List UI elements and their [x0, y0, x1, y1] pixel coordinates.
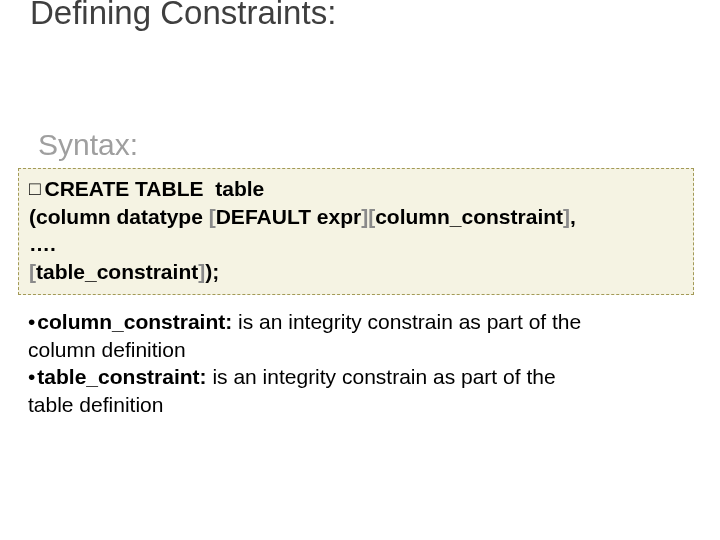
comma: , [570, 205, 576, 228]
syntax-code-box: □CREATE TABLE table (column datatype [DE… [18, 168, 694, 295]
checkbox-icon: □ [29, 176, 40, 201]
col-datatype: (column datatype [29, 205, 209, 228]
table-constraint: table_constraint [36, 260, 198, 283]
desc-line-1b: column definition [28, 336, 668, 364]
column-constraint: column_constraint [375, 205, 563, 228]
bracket-open-3: [ [29, 260, 36, 283]
closing: ); [205, 260, 219, 283]
space [204, 177, 216, 200]
default-expr: DEFAULT expr [216, 205, 361, 228]
term-column-constraint: column_constraint: [37, 310, 232, 333]
syntax-heading: Syntax: [38, 128, 138, 162]
kw-create-table: CREATE TABLE [44, 177, 203, 200]
code-line-2: (column datatype [DEFAULT expr][column_c… [29, 203, 683, 231]
bracket-close-2: ] [563, 205, 570, 228]
code-line-1: □CREATE TABLE table [29, 175, 683, 203]
desc-text-1a: is an integrity constrain as part of the [232, 310, 581, 333]
bracket-open-1: [ [209, 205, 216, 228]
desc-line-2b: table definition [28, 391, 668, 419]
desc-line-1: •column_constraint: is an integrity cons… [28, 308, 668, 336]
description-block: •column_constraint: is an integrity cons… [28, 308, 668, 419]
term-table-constraint: table_constraint: [37, 365, 206, 388]
code-line-4: [table_constraint]); [29, 258, 683, 286]
slide: Defining Constraints: Syntax: □CREATE TA… [0, 0, 720, 540]
slide-title: Defining Constraints: [30, 0, 336, 32]
code-line-3: …. [29, 230, 683, 258]
desc-line-2: •table_constraint: is an integrity const… [28, 363, 668, 391]
desc-text-2a: is an integrity constrain as part of the [207, 365, 556, 388]
bullet-icon: • [28, 363, 35, 391]
bullet-icon: • [28, 308, 35, 336]
placeholder-table: table [215, 177, 264, 200]
ellipsis: …. [29, 232, 56, 255]
